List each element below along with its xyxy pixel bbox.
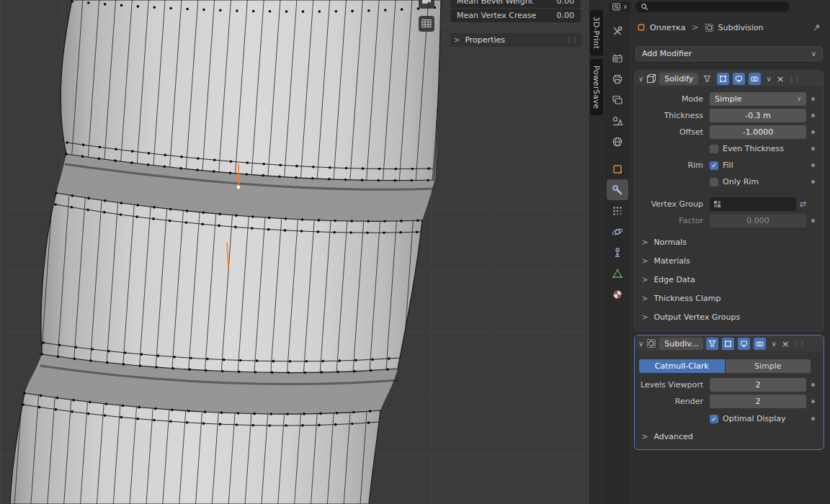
section-normals[interactable]: > Normals [635,233,819,251]
section-edge-data[interactable]: > Edge Data [635,270,819,289]
pin-icon[interactable] [812,23,821,32]
extras-dropdown-icon[interactable]: ∨ [766,75,771,83]
vertex-group-label: Vertex Group [635,199,710,209]
section-label: Materials [653,256,690,266]
section-advanced[interactable]: > Advanced [635,428,819,445]
tab-3d-print[interactable]: 3D-Print [590,10,603,55]
add-modifier-button[interactable]: Add Modifier ∨ [635,46,823,61]
breadcrumb-object[interactable]: Оплетка [650,23,685,32]
render-toggle[interactable] [749,73,761,85]
animate-dot[interactable] [811,219,815,222]
subdivision-modifier-panel: ∨ Subdiv... [634,335,824,450]
properties-subpanel-header[interactable]: > Properties ⋮⋮ [450,33,581,47]
drag-grip-icon[interactable]: ⋮⋮ [566,36,577,44]
mesh-object[interactable] [0,0,589,504]
selected-vertex[interactable] [237,186,241,189]
add-modifier-label: Add Modifier [642,49,692,58]
render-toggle[interactable] [754,338,766,350]
animate-dot[interactable] [811,97,815,101]
properties-editor-icon [612,2,621,12]
search-icon [641,3,648,11]
data-tab[interactable] [607,263,628,284]
display-icon [740,340,748,348]
edit-mode-toggle[interactable] [722,338,734,350]
levels-viewport-field[interactable]: 2 [710,378,806,392]
even-thickness-checkbox[interactable] [710,145,718,153]
even-thickness-label: Even Thickness [723,144,784,153]
render-tab[interactable] [607,48,628,68]
extras-dropdown-icon[interactable]: ∨ [771,340,776,348]
animate-dot[interactable] [811,163,815,167]
mean-vertex-crease-field[interactable]: Mean Vertex Crease 0.00 [450,9,581,22]
tool-tab[interactable] [607,20,628,41]
animate-dot[interactable] [811,383,815,387]
editor-type-button[interactable]: ∨ [609,1,630,12]
animate-dot[interactable] [811,114,815,117]
grid-toggle-button[interactable] [419,16,434,32]
section-thickness-clamp[interactable]: > Thickness Clamp [635,289,819,307]
invert-vertex-group-icon[interactable]: ⇄ [800,199,806,209]
vertex-group-field[interactable] [710,197,796,211]
simple-button[interactable]: Simple [726,359,811,373]
section-label: Normals [653,238,687,247]
fill-checkbox[interactable]: ✓ [710,161,718,170]
mode-value: Simple [715,94,742,104]
realtime-toggle[interactable] [733,73,745,85]
camera-view-button[interactable] [419,0,434,9]
render-camera-icon [751,75,759,83]
world-tab[interactable] [607,131,628,152]
properties-editor-header: ∨ [605,0,830,13]
physics-tab[interactable] [607,221,628,242]
close-icon[interactable]: × [777,73,785,84]
animate-dot[interactable] [811,130,815,134]
on-cage-toggle[interactable] [701,73,713,85]
only-rim-checkbox[interactable] [710,178,718,186]
section-materials[interactable]: > Materials [635,251,819,270]
on-cage-toggle[interactable] [706,338,718,350]
constraints-tab[interactable] [607,242,628,263]
mean-bevel-weight-label: Mean Bevel Weight [457,0,533,6]
vertex-group-icon [713,200,721,208]
particles-tab[interactable] [607,200,628,221]
drag-grip-icon[interactable]: ⋮⋮ [793,340,805,348]
animate-dot[interactable] [811,417,815,420]
object-square-icon [637,23,646,32]
mode-dropdown[interactable]: Simple ∨ [710,92,806,106]
thickness-field[interactable]: -0.3 m [710,109,806,122]
animate-dot[interactable] [811,180,815,184]
view-layer-tab[interactable] [607,89,628,110]
subdivision-header[interactable]: ∨ Subdiv... [635,336,824,351]
material-tab[interactable] [607,284,628,305]
render-levels-field[interactable]: 2 [710,395,806,408]
optimal-display-checkbox[interactable]: ✓ [710,415,718,423]
catmull-clark-button[interactable]: Catmull-Clark [639,359,725,373]
solidify-name-field[interactable]: Solidify [659,73,698,85]
animate-dot[interactable] [811,400,815,403]
viewport-3d[interactable]: Mean Bevel Weight 0.00 Mean Vertex Creas… [0,0,589,504]
subdivision-name-field[interactable]: Subdiv... [659,338,703,350]
object-tab[interactable] [607,158,628,179]
tab-powersave[interactable]: PowerSave [590,59,603,115]
section-output-vertex-groups[interactable]: > Output Vertex Groups [635,307,819,326]
only-rim-label: Only Rim [723,177,759,186]
output-tab[interactable] [607,68,628,89]
expand-chevron-icon[interactable]: ∨ [638,75,643,83]
offset-field[interactable]: -1.0000 [710,125,806,139]
drag-grip-icon[interactable]: ⋮⋮ [788,75,800,83]
globe-icon [612,136,623,148]
scene-tab[interactable] [607,110,628,131]
chevron-right-icon: > [691,22,698,32]
solidify-header[interactable]: ∨ Solidify [635,71,824,86]
expand-chevron-icon[interactable]: ∨ [638,340,643,348]
offset-label: Offset [635,127,710,137]
edit-mode-toggle[interactable] [717,73,729,85]
factor-field[interactable]: 0.000 [710,214,806,228]
animate-dot[interactable] [811,147,815,150]
breadcrumb-modifier[interactable]: Subdivision [718,23,764,32]
mean-bevel-weight-field[interactable]: Mean Bevel Weight 0.00 [450,0,581,8]
close-icon[interactable]: × [782,338,790,349]
search-input[interactable] [635,1,790,12]
realtime-toggle[interactable] [738,338,750,350]
modifiers-tab[interactable] [607,179,628,200]
chevron-right-icon: > [642,257,648,265]
